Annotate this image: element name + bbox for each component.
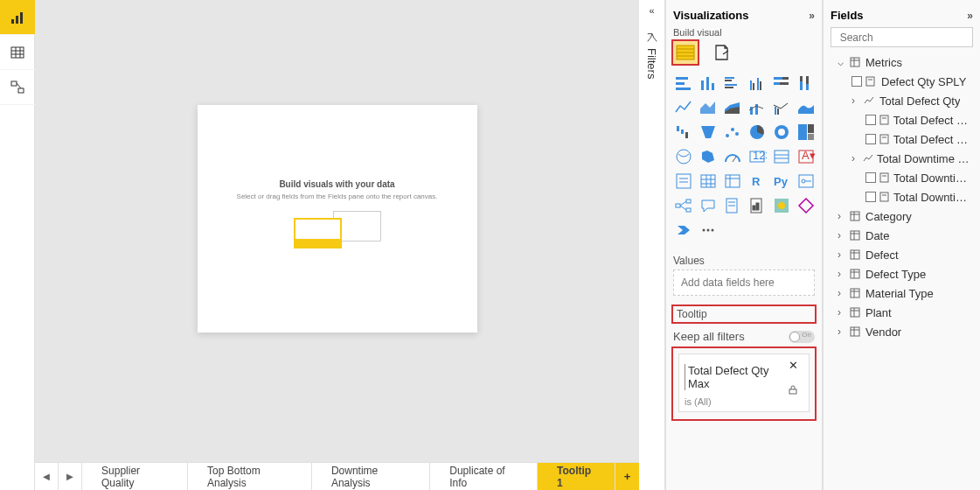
- arcgis-icon[interactable]: [771, 195, 792, 216]
- data-view-icon[interactable]: [0, 35, 35, 70]
- keep-all-filters-toggle[interactable]: On: [789, 331, 815, 343]
- key-influencers-icon[interactable]: [796, 171, 817, 192]
- table-category[interactable]: ›Category: [831, 206, 973, 226]
- field-total-downtime-min[interactable]: ›Total Downtime Min…: [831, 149, 973, 168]
- matrix-icon[interactable]: [722, 171, 743, 192]
- field-total-defect-rep[interactable]: Total Defect Rep…: [831, 130, 973, 149]
- line-clustered-column-icon[interactable]: [771, 97, 792, 118]
- field-total-defect-qty-1[interactable]: Total Defect Qty …: [831, 110, 973, 130]
- format-visual-tab[interactable]: [710, 41, 734, 64]
- pie-icon[interactable]: [747, 122, 768, 143]
- stacked-area-icon[interactable]: [722, 97, 743, 118]
- svg-rect-133: [851, 327, 859, 336]
- tooltip-filter-card[interactable]: Total Defect Qty Max ✕ is (All): [678, 354, 810, 412]
- decomposition-tree-icon[interactable]: [673, 195, 694, 216]
- scatter-icon[interactable]: [722, 122, 743, 143]
- collapse-visualizations-icon[interactable]: »: [809, 10, 815, 22]
- smart-narrative-icon[interactable]: [722, 195, 743, 216]
- svg-point-94: [778, 202, 785, 209]
- svg-rect-127: [851, 289, 859, 298]
- add-page-button[interactable]: +: [615, 463, 639, 490]
- kpi-icon[interactable]: A▾: [796, 146, 817, 167]
- page-tab-duplicate-info[interactable]: Duplicate of Info: [430, 463, 538, 490]
- collapse-fields-icon[interactable]: »: [967, 10, 973, 22]
- treemap-icon[interactable]: [796, 122, 817, 143]
- ribbon-chart-icon[interactable]: [796, 97, 817, 118]
- table-defect[interactable]: ›Defect: [831, 245, 973, 264]
- r-visual-icon[interactable]: R: [747, 171, 768, 192]
- fields-tree: ⌵Metrics Defect Qty SPLY ›Total Defect Q…: [831, 52, 973, 341]
- slicer-icon[interactable]: [673, 171, 694, 192]
- svg-rect-27: [757, 78, 759, 90]
- qa-visual-icon[interactable]: [698, 195, 719, 216]
- values-drop-zone[interactable]: Add data fields here: [673, 270, 815, 296]
- field-total-downtime-2[interactable]: Total Downtime …: [831, 187, 973, 206]
- power-automate-icon[interactable]: [673, 220, 694, 241]
- svg-rect-84: [686, 208, 691, 212]
- expand-filters-icon[interactable]: «: [649, 0, 654, 21]
- report-canvas[interactable]: Build visuals with your data Select or d…: [35, 0, 639, 462]
- tabs-next-icon[interactable]: ►: [59, 463, 82, 490]
- svg-line-86: [680, 206, 686, 210]
- funnel-icon[interactable]: [698, 122, 719, 143]
- field-checkbox[interactable]: [865, 115, 876, 125]
- stacked-bar-icon[interactable]: [673, 73, 694, 94]
- report-page[interactable]: Build visuals with your data Select or d…: [198, 105, 477, 332]
- svg-rect-74: [726, 175, 740, 187]
- field-checkbox[interactable]: [865, 134, 876, 144]
- field-checkbox[interactable]: [865, 172, 876, 183]
- table-defect-type[interactable]: ›Defect Type: [831, 264, 973, 284]
- visualizations-pane: Visualizations » Build visual 123: [665, 0, 823, 490]
- clustered-column-icon[interactable]: [747, 73, 768, 94]
- svg-rect-118: [851, 231, 859, 240]
- filters-pane-label[interactable]: Filters: [645, 32, 658, 79]
- python-visual-icon[interactable]: Py: [771, 171, 792, 192]
- page-tab-tooltip1[interactable]: Tooltip 1: [538, 463, 615, 490]
- line-chart-icon[interactable]: [673, 97, 694, 118]
- donut-icon[interactable]: [771, 122, 792, 143]
- card-icon[interactable]: 123: [747, 146, 768, 167]
- line-stacked-column-icon[interactable]: [747, 97, 768, 118]
- table-metrics[interactable]: ⌵Metrics: [831, 52, 973, 72]
- tabs-prev-icon[interactable]: ◄: [35, 463, 59, 490]
- field-total-defect-qty[interactable]: ›Total Defect Qty: [831, 91, 973, 110]
- field-defect-qty-sply[interactable]: Defect Qty SPLY: [831, 72, 973, 91]
- map-icon[interactable]: [673, 146, 694, 167]
- paginated-report-icon[interactable]: [747, 195, 768, 216]
- remove-filter-icon[interactable]: ✕: [789, 359, 798, 372]
- page-tab-supplier-quality[interactable]: Supplier Quality: [82, 463, 188, 490]
- power-apps-icon[interactable]: [796, 195, 817, 216]
- table-icon: [850, 307, 862, 318]
- more-visuals-icon[interactable]: [698, 220, 719, 241]
- svg-rect-45: [681, 130, 684, 134]
- page-tab-top-bottom[interactable]: Top Bottom Analysis: [188, 463, 312, 490]
- model-view-icon[interactable]: [0, 70, 35, 105]
- table-plant[interactable]: ›Plant: [831, 303, 973, 322]
- table-vendor[interactable]: ›Vendor: [831, 322, 973, 341]
- build-visual-tab[interactable]: [673, 41, 698, 64]
- fields-search-input[interactable]: [840, 32, 971, 44]
- table-icon[interactable]: [698, 171, 719, 192]
- table-material-type[interactable]: ›Material Type: [831, 284, 973, 303]
- table-date[interactable]: ›Date: [831, 226, 973, 245]
- fields-search[interactable]: [831, 27, 973, 47]
- field-checkbox[interactable]: [865, 192, 876, 202]
- page-tab-downtime[interactable]: Downtime Analysis: [312, 463, 430, 490]
- report-view-icon[interactable]: [0, 0, 35, 35]
- lock-filter-icon[interactable]: [789, 385, 803, 395]
- svg-rect-20: [712, 83, 714, 90]
- field-total-downtime-1[interactable]: Total Downtime …: [831, 168, 973, 187]
- waterfall-icon[interactable]: [673, 122, 694, 143]
- stacked-column-icon[interactable]: [698, 73, 719, 94]
- clustered-bar-icon[interactable]: [722, 73, 743, 94]
- hundred-stacked-column-icon[interactable]: [796, 73, 817, 94]
- chevron-right-icon: ›: [838, 306, 846, 318]
- filled-map-icon[interactable]: [698, 146, 719, 167]
- gauge-icon[interactable]: [722, 146, 743, 167]
- multi-row-card-icon[interactable]: [771, 146, 792, 167]
- area-chart-icon[interactable]: [698, 97, 719, 118]
- field-checkbox[interactable]: [851, 76, 862, 87]
- hundred-stacked-bar-icon[interactable]: [771, 73, 792, 94]
- svg-rect-55: [808, 124, 814, 133]
- svg-rect-69: [701, 175, 715, 187]
